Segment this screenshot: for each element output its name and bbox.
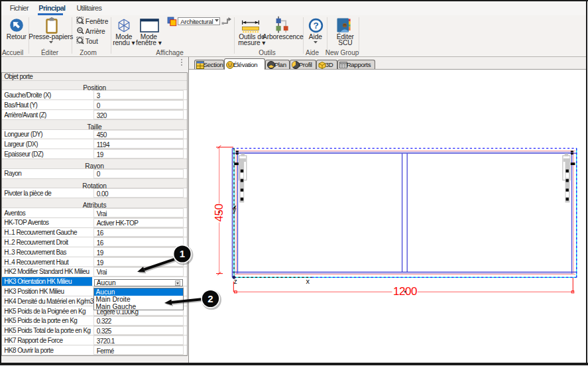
svg-text:2: 2 <box>207 293 213 304</box>
svg-text:1: 1 <box>180 248 185 259</box>
